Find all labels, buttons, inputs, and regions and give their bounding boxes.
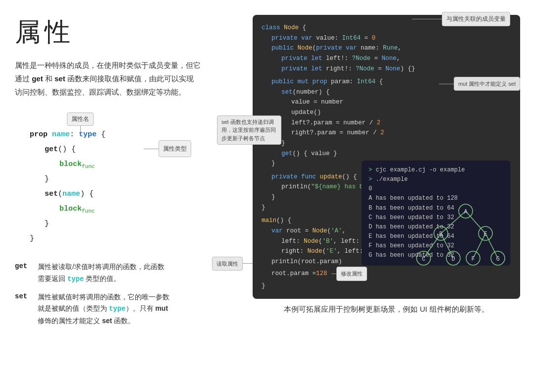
svg-line-0 — [441, 211, 466, 233]
code-diagram: 属性名 prop name: type { get() { 属性类型 block… — [20, 112, 243, 246]
code-line-update: update() — [291, 108, 510, 118]
bottom-caption: 本例可拓展应用于控制树更新场景，例如 UI 组件树的刷新等。 — [253, 305, 520, 314]
code-line-4: } — [45, 172, 243, 187]
page-container: 属性 属性是一种特殊的成员，在使用时类似于成员变量，但它 通过 get 和 se… — [0, 0, 535, 392]
code-line-1: prop name: type { — [30, 127, 243, 142]
tree-diagram: A B E C D F G — [406, 201, 515, 284]
code-line-8: } — [30, 231, 243, 246]
svg-line-1 — [466, 211, 485, 233]
right-panel: 与属性关联的成员变量 class Node { private var valu… — [253, 15, 520, 382]
code-line-7: } — [45, 217, 243, 231]
terminal-line-3: 0 — [369, 184, 503, 194]
code-line-2: get() { 属性类型 — [45, 142, 243, 157]
prop-type-annotation: 属性类型 — [159, 140, 191, 157]
svg-text:A: A — [464, 209, 468, 216]
set-text: 属性被赋值时将调用的函数，它的唯一参数 就是被赋的值（类型为 type）。只有 … — [38, 291, 169, 327]
get-label: get — [15, 262, 31, 270]
code-line-set: set(number) { — [281, 87, 510, 98]
read-prop-annotation: 读取属性 — [212, 257, 243, 271]
svg-line-2 — [424, 233, 441, 258]
svg-text:C: C — [422, 256, 425, 263]
def-set: set 属性被赋值时将调用的函数，它的唯一参数 就是被赋的值（类型为 type）… — [15, 291, 243, 327]
svg-text:D: D — [451, 256, 455, 263]
code-block-left: prop name: type { get() { 属性类型 blockfunc… — [30, 127, 243, 246]
intro-text: 属性是一种特殊的成员，在使用时类似于成员变量，但它 通过 get 和 set 函… — [15, 58, 243, 99]
page-title: 属性 — [15, 15, 243, 50]
prop-name-annotation: 属性名 — [67, 112, 94, 126]
code-line-right-param: right?.param = number / 2 — [291, 128, 510, 138]
code-line-get: get() { value } — [281, 149, 510, 159]
terminal-line-1: > cjc example.cj -o example — [369, 166, 503, 175]
svg-text:F: F — [471, 256, 475, 263]
member-var-annotation: 与属性关联的成员变量 — [442, 12, 510, 26]
definitions: get 属性被读取/求值时将调用的函数，此函数 需要返回 type 类型的值。 … — [15, 261, 243, 327]
set-recursive-annotation: set 函数也支持递归调用，这里按前序遍历同步更新子树各节点 — [217, 115, 281, 145]
code-line-constructor-2: private let left!: ?Node = None, — [281, 54, 510, 64]
code-line-5: set(name) { — [45, 187, 243, 202]
def-get: get 属性被读取/求值时将调用的函数，此函数 需要返回 type 类型的值。 — [15, 261, 243, 285]
code-line-constructor-3: private let right!: ?Node = None) {} — [281, 64, 510, 74]
code-line-left-param: left?.param = number / 2 — [291, 118, 510, 128]
code-line-set-close: } — [281, 138, 510, 149]
set-label: set — [15, 292, 31, 300]
code-card: 与属性关联的成员变量 class Node { private var valu… — [253, 15, 520, 299]
code-line-6: blockfunc — [59, 202, 243, 217]
svg-text:G: G — [496, 256, 499, 263]
code-line-private-var: private var value: Int64 = 0 — [271, 33, 510, 44]
terminal-line-2: > ./example — [369, 175, 503, 184]
left-panel: 属性 属性是一种特殊的成员，在使用时类似于成员变量，但它 通过 get 和 se… — [15, 15, 243, 382]
get-text: 属性被读取/求值时将调用的函数，此函数 需要返回 type 类型的值。 — [38, 261, 164, 285]
code-line-value-eq: value = number — [291, 97, 510, 108]
modify-prop-annotation: 修改属性 — [336, 267, 367, 280]
code-line-3: blockfunc — [59, 157, 243, 172]
svg-text:B: B — [439, 231, 442, 238]
svg-text:E: E — [483, 231, 487, 238]
code-line-constructor-1: public Node(private var name: Rune, — [271, 43, 510, 54]
